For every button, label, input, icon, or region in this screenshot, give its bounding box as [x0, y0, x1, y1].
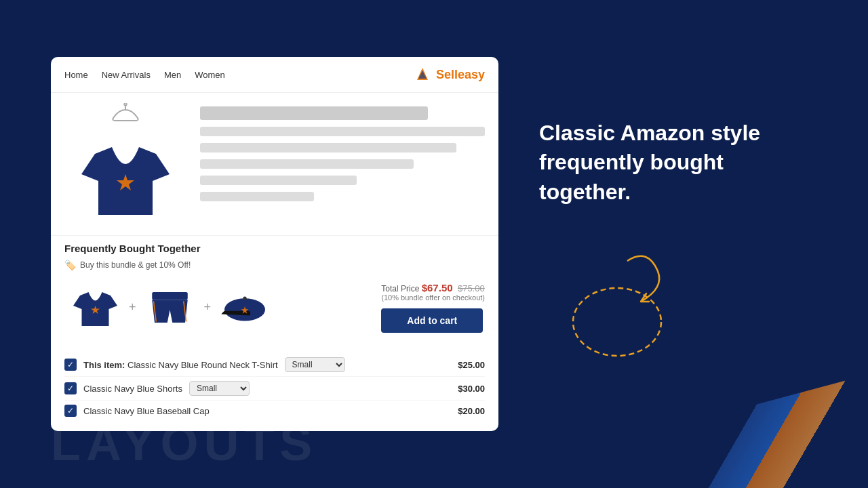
- item-3-name: Classic Navy Blue Baseball Cap: [83, 406, 210, 416]
- bundle-note: (10% bundle offer on checkout): [381, 293, 485, 302]
- check-icon-1: ✓: [67, 360, 74, 369]
- total-price-label: Total Price $67.50 $75.00: [381, 282, 485, 293]
- item-2-name: Classic Navy Blue Shorts: [83, 384, 182, 394]
- skeleton-4: [200, 176, 357, 185]
- svg-point-11: [243, 297, 246, 300]
- price-current: $67.50: [422, 282, 453, 293]
- fbt-item-row: ✓ Classic Navy Blue Baseball Cap $20.00: [64, 401, 485, 421]
- hanger-icon: [112, 103, 139, 123]
- item-1-size-select[interactable]: Small Medium Large XL: [285, 357, 345, 372]
- product-details: [200, 103, 485, 228]
- doodle-svg: [539, 234, 688, 369]
- fbt-badge-text: Buy this bundle & get 10% Off!: [80, 260, 191, 270]
- skeleton-title: [200, 106, 428, 120]
- fbt-cap-svg: [218, 282, 272, 333]
- fbt-item-row: ✓ Classic Navy Blue Shorts Small Medium …: [64, 377, 485, 401]
- main-container: Home New Arrivals Men Women Selleasy: [0, 0, 868, 488]
- fbt-badge: 🏷️ Buy this bundle & get 10% Off!: [64, 260, 485, 270]
- checkbox-item-2[interactable]: ✓: [64, 382, 77, 394]
- checkbox-item-3[interactable]: ✓: [64, 405, 77, 417]
- fbt-item-row: ✓ This item: Classic Navy Blue Round Nec…: [64, 353, 485, 377]
- logo-text: Selleasy: [436, 68, 485, 82]
- skeleton-2: [200, 143, 456, 152]
- nav-women[interactable]: Women: [195, 70, 225, 80]
- fbt-plus-1: +: [129, 300, 136, 314]
- fbt-items-list: ✓ This item: Classic Navy Blue Round Nec…: [51, 346, 498, 431]
- product-image-area: [64, 103, 186, 228]
- item-1-label: This item: Classic Navy Blue Round Neck …: [83, 360, 278, 370]
- svg-rect-7: [152, 292, 188, 300]
- skeleton-3: [200, 159, 414, 169]
- fbt-product-tshirt: [64, 279, 125, 336]
- check-icon-2: ✓: [67, 384, 74, 393]
- fbt-product-shorts: [140, 279, 201, 336]
- badge-icon: 🏷️: [64, 260, 76, 270]
- nav-new-arrivals[interactable]: New Arrivals: [102, 70, 151, 80]
- item-2-size-select[interactable]: Small Medium Large XL: [189, 381, 250, 396]
- item-1-price: $25.00: [458, 360, 485, 370]
- skeleton-5: [200, 192, 314, 201]
- product-area: [51, 93, 498, 235]
- nav-men[interactable]: Men: [164, 70, 181, 80]
- fbt-products-row: + +: [64, 279, 275, 336]
- fbt-price-area: Total Price $67.50 $75.00 (10% bundle of…: [381, 282, 485, 333]
- checkbox-item-1[interactable]: ✓: [64, 359, 77, 371]
- item-2-price: $30.00: [458, 384, 485, 394]
- headline-text: Classic Amazon style frequently bought t…: [539, 119, 770, 207]
- fbt-plus-2: +: [204, 300, 212, 314]
- nav-links: Home New Arrivals Men Women: [64, 70, 225, 80]
- tshirt-image: [75, 127, 176, 228]
- right-panel: Classic Amazon style frequently bought t…: [498, 92, 868, 396]
- fbt-product-cap: [214, 279, 275, 336]
- nav-home[interactable]: Home: [64, 70, 88, 80]
- add-to-cart-button[interactable]: Add to cart: [381, 308, 483, 333]
- doodle-area: [539, 234, 688, 369]
- price-original: $75.00: [458, 283, 485, 293]
- site-logo: Selleasy: [413, 65, 485, 84]
- check-icon-3: ✓: [67, 406, 74, 415]
- skeleton-1: [200, 127, 485, 136]
- fbt-tshirt-svg: [70, 282, 121, 333]
- fbt-shorts-svg: [144, 282, 195, 333]
- svg-point-13: [573, 288, 661, 356]
- navbar: Home New Arrivals Men Women Selleasy: [51, 57, 498, 93]
- product-card: Home New Arrivals Men Women Selleasy: [51, 57, 498, 431]
- fbt-title: Frequently Bought Together: [64, 243, 485, 254]
- logo-icon: [413, 65, 432, 84]
- item-3-price: $20.00: [458, 406, 485, 416]
- fbt-section: Frequently Bought Together 🏷️ Buy this b…: [51, 235, 498, 346]
